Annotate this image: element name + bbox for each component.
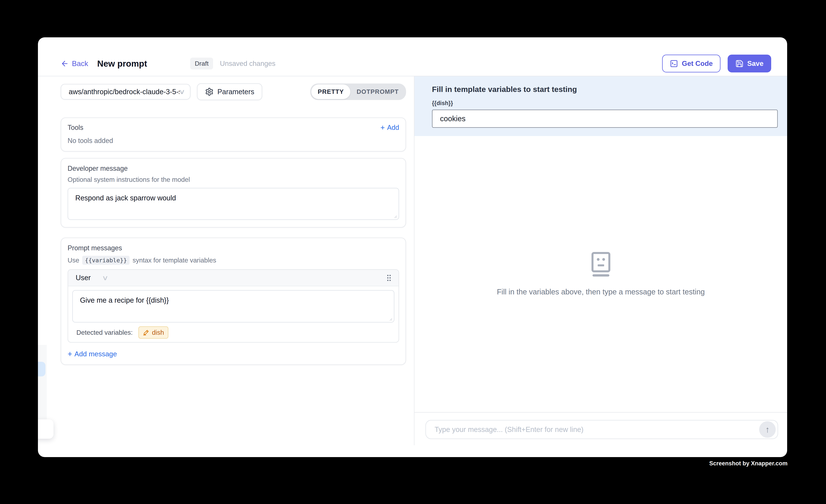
- syntax-hint: Use {{variable}} syntax for template var…: [68, 256, 399, 265]
- parameters-label: Parameters: [217, 88, 254, 96]
- detected-variables-row: Detected variables: dish: [72, 326, 395, 339]
- toggle-pretty[interactable]: PRETTY: [311, 84, 350, 99]
- message-body: Give me a recipe for {{dish}} Detected v…: [68, 286, 399, 342]
- plus-icon: +: [380, 124, 385, 131]
- tools-title: Tools: [68, 124, 83, 132]
- detected-variables-label: Detected variables:: [76, 329, 133, 336]
- grip-dots-icon: [386, 274, 392, 281]
- plus-icon: +: [68, 350, 72, 358]
- parameters-button[interactable]: Parameters: [197, 83, 262, 100]
- developer-message-subtitle: Optional system instructions for the mod…: [68, 176, 399, 183]
- save-label: Save: [747, 60, 764, 68]
- prompt-messages-title: Prompt messages: [68, 244, 399, 252]
- chat-message-input[interactable]: [434, 425, 759, 434]
- back-button[interactable]: Back: [61, 60, 88, 68]
- chat-empty-state: Fill in the variables above, then type a…: [414, 136, 787, 412]
- variable-syntax-chip: {{variable}}: [82, 256, 129, 265]
- terminal-square-icon: [670, 60, 678, 68]
- role-selector[interactable]: User ∨: [76, 274, 108, 282]
- add-message-label: Add message: [74, 350, 117, 358]
- variable-badge-label: dish: [152, 329, 164, 336]
- header-actions: Get Code Save: [662, 55, 771, 72]
- watermark-text: Screenshot by Xnapper.com: [709, 460, 787, 467]
- developer-message-input[interactable]: Respond as jack sparrow would: [68, 188, 399, 220]
- developer-message-card: Developer message Optional system instru…: [61, 158, 406, 228]
- send-button[interactable]: ↑: [759, 421, 776, 438]
- variable-value-input[interactable]: [432, 110, 778, 128]
- message-input[interactable]: Give me a recipe for {{dish}}: [72, 290, 395, 323]
- get-code-label: Get Code: [682, 60, 713, 68]
- add-tool-button[interactable]: + Add: [380, 124, 399, 132]
- tester-panel: Fill in template variables to start test…: [414, 76, 787, 445]
- developer-message-title: Developer message: [68, 165, 399, 173]
- syntax-hint-suffix: syntax for template variables: [132, 256, 216, 264]
- add-message-button[interactable]: + Add message: [68, 350, 399, 358]
- get-code-button[interactable]: Get Code: [662, 55, 720, 72]
- model-selector-value: aws/anthropic/bedrock-claude-3-5-s...: [69, 88, 179, 96]
- message-header: User ∨: [68, 270, 399, 286]
- status-badge: Draft: [190, 58, 213, 69]
- prompt-editor-panel: aws/anthropic/bedrock-claude-3-5-s... ∨ …: [38, 76, 414, 445]
- tools-empty-text: No tools added: [68, 137, 399, 145]
- back-label: Back: [72, 60, 88, 68]
- save-button[interactable]: Save: [728, 55, 771, 72]
- empty-state-text: Fill in the variables above, then type a…: [497, 288, 705, 296]
- role-value: User: [76, 274, 91, 282]
- save-icon: [735, 60, 744, 68]
- variable-badge-dish[interactable]: dish: [138, 326, 168, 339]
- window-bottom-strip: [38, 445, 787, 457]
- chat-input-bar: ↑: [425, 420, 778, 439]
- main: aws/anthropic/bedrock-claude-3-5-s... ∨ …: [38, 76, 787, 445]
- sidebar-selection-notch: [38, 362, 46, 376]
- toggle-dotprompt[interactable]: DOTPROMPT: [350, 84, 405, 99]
- drag-handle[interactable]: [386, 274, 392, 281]
- gear-icon: [205, 87, 214, 96]
- model-selector[interactable]: aws/anthropic/bedrock-claude-3-5-s... ∨: [61, 84, 190, 100]
- tools-card: Tools + Add No tools added: [61, 118, 406, 151]
- template-variables-box: Fill in template variables to start test…: [414, 76, 787, 136]
- arrow-left-icon: [61, 60, 69, 68]
- arrow-up-icon: ↑: [765, 425, 770, 435]
- add-tool-label: Add: [387, 124, 399, 132]
- edge-popover: [38, 419, 54, 439]
- chevron-down-icon: ∨: [102, 274, 109, 281]
- header: Back New prompt Draft Unsaved changes Ge…: [38, 37, 787, 76]
- page-title: New prompt: [97, 59, 147, 69]
- syntax-hint-prefix: Use: [68, 256, 79, 264]
- message-block: User ∨ Give me a recipe for {{dish}}: [68, 269, 399, 342]
- unsaved-changes-text: Unsaved changes: [220, 60, 276, 68]
- chevron-down-icon: ∨: [179, 88, 185, 95]
- chat-footer: ↑: [414, 412, 787, 445]
- model-row: aws/anthropic/bedrock-claude-3-5-s... ∨ …: [61, 84, 406, 100]
- variables-title: Fill in template variables to start test…: [432, 85, 778, 94]
- app-window: Back New prompt Draft Unsaved changes Ge…: [38, 37, 787, 457]
- variable-label: {{dish}}: [432, 100, 778, 107]
- pencil-line-icon: [143, 329, 150, 336]
- bot-face-icon: [591, 252, 611, 277]
- view-toggle: PRETTY DOTPROMPT: [310, 83, 406, 100]
- prompt-messages-card: Prompt messages Use {{variable}} syntax …: [61, 238, 406, 365]
